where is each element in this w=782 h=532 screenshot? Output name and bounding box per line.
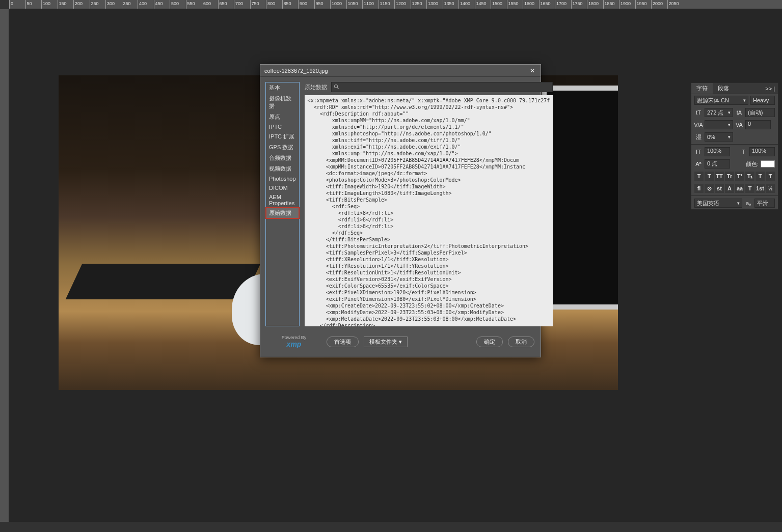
horizontal-scale-icon: T xyxy=(739,148,747,156)
cancel-button[interactable]: 取消 xyxy=(508,337,534,347)
sidebar-item[interactable]: 音频数据 xyxy=(266,153,299,163)
type-style-buttons: TTTTTrT¹T₁TŦ xyxy=(691,170,778,182)
search-field[interactable] xyxy=(331,82,553,92)
image-content xyxy=(66,264,261,299)
search-input[interactable] xyxy=(342,84,551,90)
templates-dropdown[interactable]: 模板文件夹 ▾ xyxy=(364,337,408,347)
dialog-title-text: coffee-1283672_1920.jpg xyxy=(264,68,528,74)
type-style-button[interactable]: TT xyxy=(715,172,724,181)
language-value: 美国英语 xyxy=(697,200,719,207)
chevron-down-icon: ▾ xyxy=(728,134,731,139)
type-style-button[interactable]: T xyxy=(756,172,765,181)
antialias-dropdown[interactable]: 平滑 xyxy=(754,199,775,208)
preferences-button[interactable]: 首选项 xyxy=(327,337,359,347)
sidebar-item[interactable]: GPS 数据 xyxy=(266,142,299,153)
tsume-field[interactable]: 0%▾ xyxy=(705,132,733,142)
kerning-field[interactable]: ▾ xyxy=(705,120,733,129)
panel-menu-icon[interactable]: >> | xyxy=(762,86,778,92)
type-style-button[interactable]: T xyxy=(705,172,714,181)
type-style-button[interactable]: Ŧ xyxy=(766,172,775,181)
language-dropdown[interactable]: 美国英语▾ xyxy=(694,199,742,208)
type-style-button[interactable]: T₁ xyxy=(745,172,754,181)
tsume-icon: 湿 xyxy=(694,133,703,141)
color-label: 颜色: xyxy=(746,160,759,168)
tracking-field[interactable]: 0 xyxy=(745,120,771,129)
sidebar-item[interactable]: 原始数据 xyxy=(266,208,299,218)
antialias-value: 平滑 xyxy=(757,200,768,207)
font-size-value: 272 点 xyxy=(707,109,723,117)
chevron-down-icon: ▾ xyxy=(728,110,731,115)
opentype-button[interactable]: 1st xyxy=(756,184,765,193)
sidebar-item[interactable]: 视频数据 xyxy=(266,163,299,174)
ruler-vertical xyxy=(0,9,9,522)
image-content xyxy=(542,86,618,310)
leading-field[interactable]: (自动) xyxy=(745,108,775,117)
sidebar-item[interactable]: Photoshop xyxy=(266,174,299,183)
opentype-buttons: fi⊘stAaaT1st½ xyxy=(691,182,778,194)
vertical-scale-icon: IT xyxy=(694,148,703,156)
sidebar-item[interactable]: 基本 xyxy=(266,82,299,93)
font-weight-value: Heavy xyxy=(753,97,769,103)
opentype-button[interactable]: ½ xyxy=(766,184,775,193)
chevron-down-icon: ▾ xyxy=(728,122,731,127)
type-style-button[interactable]: T¹ xyxy=(735,172,744,181)
svg-line-1 xyxy=(337,88,338,89)
sidebar-item[interactable]: DICOM xyxy=(266,183,299,192)
sidebar-item[interactable]: IPTC 扩展 xyxy=(266,131,299,142)
kerning-icon: V/A xyxy=(694,121,703,129)
sidebar-item[interactable]: 摄像机数据 xyxy=(266,93,299,111)
character-panel: 字符 段落 >> | 思源宋体 CN▾ Heavy tT 272 点▾ tA (… xyxy=(691,82,778,210)
search-icon xyxy=(334,84,340,90)
sidebar-item[interactable]: 原点 xyxy=(266,111,299,122)
raw-metadata-textarea[interactable]: <x:xmpmeta xmlns:x="adobe:ns:meta/" x:xm… xyxy=(305,95,553,326)
font-weight-dropdown[interactable]: Heavy xyxy=(750,96,775,105)
type-style-button[interactable]: Tr xyxy=(725,172,734,181)
opentype-button[interactable]: st xyxy=(715,184,724,193)
ruler-horizontal: 0501001502002503003504004505005506006507… xyxy=(9,0,782,9)
font-family-value: 思源宋体 CN xyxy=(697,97,729,104)
font-size-field[interactable]: 272 点▾ xyxy=(705,108,733,117)
opentype-button[interactable]: T xyxy=(745,184,754,193)
opentype-button[interactable]: aa xyxy=(735,184,744,193)
opentype-button[interactable]: A xyxy=(725,184,734,193)
powered-by-xmp: Powered By xmp xyxy=(266,335,321,348)
aa-icon: aₐ xyxy=(744,199,752,207)
svg-point-0 xyxy=(334,85,337,88)
font-size-icon: tT xyxy=(694,108,703,117)
text-color-swatch[interactable] xyxy=(761,160,775,167)
tab-paragraph[interactable]: 段落 xyxy=(713,83,734,94)
leading-icon: tA xyxy=(735,108,743,117)
chevron-down-icon: ▾ xyxy=(743,98,746,103)
opentype-button[interactable]: fi xyxy=(694,184,704,193)
file-info-dialog: coffee-1283672_1920.jpg ✕ 基本摄像机数据原点IPTCI… xyxy=(260,64,541,357)
tsume-value: 0% xyxy=(707,134,715,140)
sidebar-item[interactable]: IPTC xyxy=(266,122,299,131)
baseline-shift-icon: Aª xyxy=(694,160,703,168)
vertical-scale-field[interactable]: 100% xyxy=(705,147,730,156)
tab-character[interactable]: 字符 xyxy=(691,83,713,94)
baseline-shift-field[interactable]: 0 点 xyxy=(705,159,730,169)
chevron-down-icon: ▾ xyxy=(737,201,740,206)
section-heading: 原始数据 xyxy=(305,83,327,91)
dialog-titlebar[interactable]: coffee-1283672_1920.jpg ✕ xyxy=(260,65,541,77)
horizontal-scale-field[interactable]: 100% xyxy=(749,147,775,156)
metadata-section-list: 基本摄像机数据原点IPTCIPTC 扩展GPS 数据音频数据视频数据Photos… xyxy=(265,82,300,326)
leading-value: (自动) xyxy=(748,109,763,117)
close-icon[interactable]: ✕ xyxy=(528,67,536,75)
sidebar-item[interactable]: AEM Properties xyxy=(266,192,299,208)
xmp-logo: xmp xyxy=(266,340,321,348)
ok-button[interactable]: 确定 xyxy=(476,337,503,347)
powered-label: Powered By xyxy=(266,335,321,340)
font-family-dropdown[interactable]: 思源宋体 CN▾ xyxy=(694,96,748,105)
type-style-button[interactable]: T xyxy=(694,172,704,181)
opentype-button[interactable]: ⊘ xyxy=(705,184,714,193)
tracking-icon: VA xyxy=(735,121,743,129)
